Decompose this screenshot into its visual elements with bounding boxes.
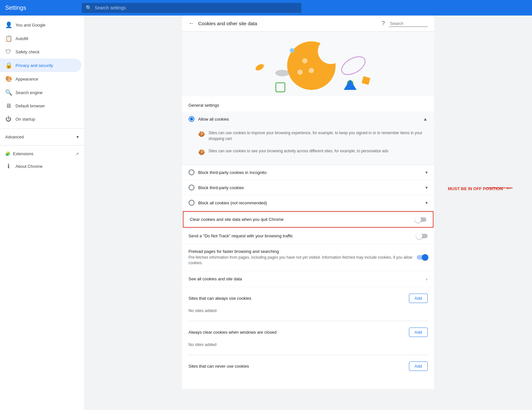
sidebar-item-default-browser[interactable]: 🖥 Default browser: [0, 99, 81, 113]
option-block-third-party[interactable]: Block third-party cookies ▾: [182, 180, 434, 195]
sites-never-use-header: Sites that can never use cookies Add: [189, 361, 428, 371]
expanded-text-1: Sites can use cookies to improve your br…: [209, 130, 428, 142]
sites-never-use-title: Sites that can never use cookies: [189, 364, 249, 369]
extensions-label: Extensions: [13, 151, 34, 156]
sidebar-icon-extensions: 🧩: [5, 151, 10, 156]
advanced-label: Advanced: [5, 135, 24, 139]
sidebar-item-advanced[interactable]: Advanced ▾: [0, 131, 84, 143]
sidebar-item-safety-check[interactable]: 🛡 Safety check: [0, 45, 81, 59]
sidebar-divider-2: [0, 145, 84, 146]
toggle-preload: Preload pages for faster browsing and se…: [182, 244, 434, 271]
icon-safety-check: 🛡: [5, 49, 12, 55]
option-block-incognito[interactable]: Block third-party cookies in Incognito ▾: [182, 165, 434, 180]
sidebar-item-about[interactable]: ℹ About Chrome: [0, 159, 81, 173]
chevron-down-icon: ▾: [77, 135, 79, 139]
sites-always-clear-header: Always clear cookies when windows are cl…: [189, 328, 428, 337]
search-bar[interactable]: 🔍: [82, 3, 301, 13]
chevron-right-icon: ›: [426, 276, 428, 282]
search-input[interactable]: [95, 5, 297, 10]
do-not-track-label: Send a "Do Not Track" request with your …: [189, 233, 413, 238]
svg-point-8: [290, 48, 294, 53]
clear-cookies-toggle[interactable]: [415, 217, 426, 222]
toggle-clear-on-quit: Clear cookies and site data when you qui…: [183, 211, 433, 228]
label-safety-check: Safety check: [16, 49, 39, 54]
icon-default-browser: 🖥: [5, 102, 12, 109]
sidebar: 👤 You and Google 📋 Autofill 🛡 Safety che…: [0, 16, 84, 410]
add-always-use-button[interactable]: Add: [409, 294, 427, 303]
svg-point-2: [302, 58, 308, 63]
icon-autofill: 📋: [5, 35, 12, 42]
back-button[interactable]: ←: [189, 20, 194, 27]
svg-point-3: [309, 68, 314, 73]
icon-appearance: 🎨: [5, 75, 12, 82]
svg-point-4: [297, 70, 303, 75]
toggle-clear-label: Clear cookies and site data when you qui…: [190, 217, 412, 222]
sidebar-item-you-google[interactable]: 👤 You and Google: [0, 18, 81, 32]
svg-rect-6: [276, 83, 285, 92]
page-title: Cookies and other site data: [198, 21, 257, 26]
add-never-use-button[interactable]: Add: [409, 361, 427, 371]
app-title: Settings: [5, 5, 26, 11]
radio-block-incognito[interactable]: [189, 169, 194, 175]
header-search-input[interactable]: [389, 20, 428, 27]
option-allow-all[interactable]: Allow all cookies ▲: [182, 112, 434, 127]
sidebar-item-extensions[interactable]: 🧩 Extensions ↗: [0, 148, 84, 159]
sidebar-item-privacy-security[interactable]: 🔒 Privacy and security: [0, 59, 81, 72]
sidebar-item-appearance[interactable]: 🎨 Appearance: [0, 72, 81, 86]
preload-sublabel: Pre-fetches information from pages, incl…: [189, 255, 413, 266]
preload-label-container: Preload pages for faster browsing and se…: [189, 249, 413, 266]
top-bar: Settings 🔍: [0, 0, 532, 16]
search-icon: 🔍: [86, 5, 92, 11]
preload-toggle[interactable]: [417, 255, 428, 260]
option-block-all[interactable]: Block all cookies (not recommended) ▾: [182, 195, 434, 210]
sites-never-use: Sites that can never use cookies Add: [182, 355, 434, 376]
cookie-icon-1: 🍪: [198, 130, 205, 138]
svg-point-5: [275, 70, 289, 76]
svg-rect-12: [361, 76, 370, 85]
expand-icon-third-party: ▾: [425, 185, 428, 190]
add-always-clear-button[interactable]: Add: [409, 328, 427, 337]
label-search-engine: Search engine: [16, 90, 43, 95]
icon-on-startup: ⏻: [5, 116, 12, 123]
icon-search-engine: 🔍: [5, 89, 12, 96]
expanded-row-2: 🍪 Sites can use cookies to see your brow…: [198, 145, 428, 159]
svg-point-7: [254, 63, 265, 72]
expand-icon-incognito: ▾: [425, 170, 428, 175]
cookie-icon-2: 🍪: [198, 148, 205, 156]
main-content: ← Cookies and other site data ?: [84, 16, 532, 410]
radio-allow-all[interactable]: [189, 116, 194, 122]
see-all-cookies-row[interactable]: See all cookies and site data ›: [182, 271, 434, 287]
about-label: About Chrome: [16, 164, 43, 169]
header-right: ?: [381, 20, 427, 27]
option-block-third-party-label: Block third-party cookies: [198, 185, 422, 190]
do-not-track-toggle[interactable]: [417, 234, 428, 238]
help-icon[interactable]: ?: [381, 20, 385, 27]
label-appearance: Appearance: [16, 77, 38, 81]
label-on-startup: On startup: [16, 117, 35, 122]
sidebar-divider: [0, 128, 84, 129]
sidebar-item-on-startup[interactable]: ⏻ On startup: [0, 113, 81, 126]
info-icon: ℹ: [5, 163, 12, 170]
label-autofill: Autofill: [16, 36, 28, 41]
icon-privacy-security: 🔒: [5, 62, 12, 69]
sidebar-item-search-engine[interactable]: 🔍 Search engine: [0, 86, 81, 99]
radio-block-all[interactable]: [189, 200, 194, 206]
page-header: ← Cookies and other site data ?: [182, 16, 434, 32]
sites-always-use: Sites that can always use cookies Add No…: [182, 287, 434, 321]
preload-label: Preload pages for faster browsing and se…: [189, 249, 413, 254]
allow-all-expanded: 🍪 Sites can use cookies to improve your …: [182, 127, 434, 165]
illustration-svg: [227, 35, 389, 93]
expand-icon-block-all: ▾: [425, 200, 428, 205]
option-block-all-label: Block all cookies (not recommended): [198, 200, 422, 205]
label-default-browser: Default browser: [16, 103, 45, 108]
radio-block-third-party[interactable]: [189, 185, 194, 190]
sites-always-clear: Always clear cookies when windows are cl…: [182, 321, 434, 355]
general-settings-title: General settings: [182, 96, 434, 112]
svg-point-1: [318, 38, 344, 64]
toggle-do-not-track: Send a "Do Not Track" request with your …: [182, 228, 434, 244]
sidebar-item-autofill[interactable]: 📋 Autofill: [0, 32, 81, 45]
sites-always-clear-title: Always clear cookies when windows are cl…: [189, 330, 276, 335]
option-allow-all-label: Allow all cookies: [198, 117, 419, 122]
icon-you-google: 👤: [5, 21, 12, 28]
see-all-cookies-label: See all cookies and site data: [189, 276, 422, 281]
